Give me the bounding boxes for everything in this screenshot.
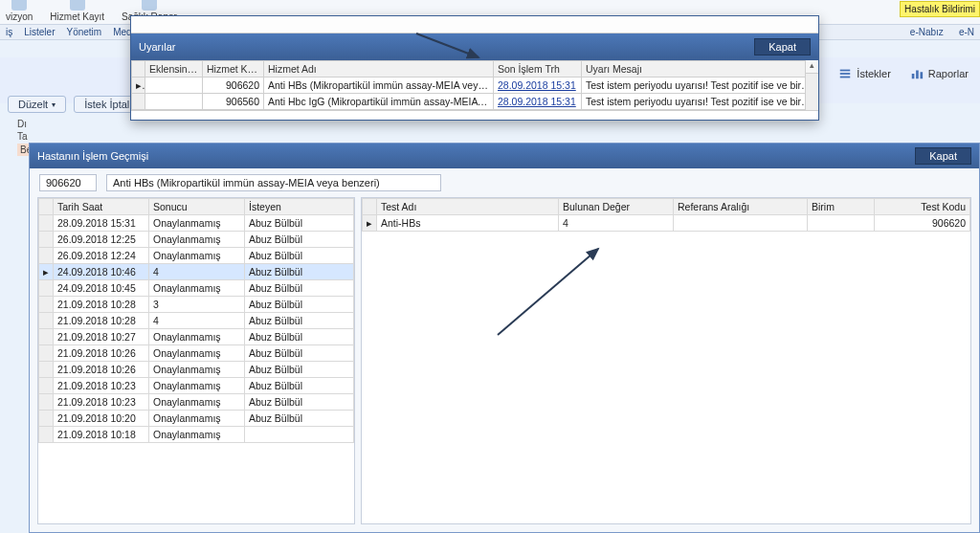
son-islem-link[interactable]: 28.09.2018 15:31 — [494, 94, 582, 110]
row-selector[interactable] — [39, 280, 54, 297]
history-row[interactable]: 26.09.2018 12:25OnaylanmamışAbuz Bülbül — [39, 232, 354, 248]
col-hizmet-kodu[interactable]: Hizmet Kodu — [203, 61, 264, 78]
row-selector[interactable] — [39, 297, 54, 313]
uyarilar-titlebar: Uyarılar Kapat — [131, 33, 818, 60]
svg-rect-0 — [840, 70, 851, 72]
uyari-row[interactable]: 906560Anti Hbc IgG (Mikropartikül immün … — [132, 94, 818, 110]
svg-rect-5 — [920, 72, 923, 78]
col-bulunan-deger[interactable]: Bulunan Değer — [559, 199, 674, 215]
history-row[interactable]: ▸24.09.2018 10:464Abuz Bülbül — [39, 264, 354, 280]
uyarilar-dialog: Uyarılar Kapat Eklensin mi? Hizmet Kodu … — [130, 15, 819, 121]
col-tarih-saat[interactable]: Tarih Saat — [54, 199, 149, 215]
uyari-row[interactable]: ▸906620Anti HBs (Mikropartikül immün ass… — [132, 78, 818, 94]
panel-close-button[interactable]: Kapat — [915, 147, 971, 165]
svg-rect-4 — [916, 71, 919, 79]
result-row[interactable]: ▸Anti-HBs4906620 — [363, 215, 970, 232]
uyarilar-grid[interactable]: Eklensin mi? Hizmet Kodu Hizmet Adı Son … — [131, 60, 818, 110]
row-selector[interactable]: ▸ — [132, 78, 145, 94]
history-row[interactable]: 21.09.2018 10:284Abuz Bülbül — [39, 313, 354, 329]
panel-title: Hastanın İşlem Geçmişi — [37, 150, 148, 162]
history-row[interactable]: 21.09.2018 10:26OnaylanmamışAbuz Bülbül — [39, 345, 354, 362]
svg-rect-3 — [912, 74, 915, 78]
history-row[interactable]: 21.09.2018 10:23OnaylanmamışAbuz Bülbül — [39, 394, 354, 411]
enabiz-link-2[interactable]: e-N — [959, 27, 974, 37]
ribbon-item[interactable]: Hizmet Kayıt — [48, 0, 106, 24]
uyarilar-close-button[interactable]: Kapat — [754, 38, 811, 56]
subbar-item[interactable]: Yönetim — [66, 27, 101, 37]
istekler-tab[interactable]: İstekler — [838, 67, 890, 80]
duzelt-button[interactable]: Düzelt ▾ — [8, 96, 66, 113]
history-row[interactable]: 21.09.2018 10:23OnaylanmamışAbuz Bülbül — [39, 378, 354, 394]
row-selector[interactable] — [39, 248, 54, 264]
row-selector[interactable]: ▸ — [363, 215, 377, 232]
col-isteyen[interactable]: İsteyen — [245, 199, 354, 215]
uyarilar-scrollbar[interactable]: ▴ — [805, 60, 818, 110]
row-selector[interactable] — [39, 313, 54, 329]
filter-code-field[interactable]: 906620 — [39, 174, 97, 191]
filter-name-field[interactable]: Anti HBs (Mikropartikül immün assay-MEIA… — [106, 174, 441, 191]
row-selector[interactable] — [39, 378, 54, 394]
col-test-kodu[interactable]: Test Kodu — [875, 199, 970, 215]
row-selector[interactable]: ▸ — [39, 264, 54, 280]
col-birim[interactable]: Birim — [808, 199, 875, 215]
row-selector[interactable] — [39, 427, 54, 443]
history-row[interactable]: 24.09.2018 10:45OnaylanmamışAbuz Bülbül — [39, 280, 354, 297]
raporlar-tab[interactable]: Raporlar — [910, 67, 969, 80]
svg-rect-2 — [840, 77, 851, 78]
history-row[interactable]: 21.09.2018 10:20OnaylanmamışAbuz Bülbül — [39, 411, 354, 427]
row-selector[interactable] — [39, 215, 54, 232]
chevron-down-icon: ▾ — [52, 100, 56, 109]
history-row[interactable]: 21.09.2018 10:26OnaylanmamışAbuz Bülbül — [39, 362, 354, 378]
history-row[interactable]: 21.09.2018 10:18Onaylanmamış — [39, 427, 354, 443]
history-grid[interactable]: Tarih Saat Sonucu İsteyen 28.09.2018 15:… — [38, 198, 354, 443]
col-hizmet-adi[interactable]: Hizmet Adı — [264, 61, 494, 78]
row-selector[interactable] — [39, 394, 54, 411]
history-row[interactable]: 21.09.2018 10:283Abuz Bülbül — [39, 297, 354, 313]
hastalik-bildirimi-button[interactable]: Hastalık Bildirimi — [900, 1, 980, 17]
bar-chart-icon — [910, 67, 924, 80]
col-uyari-mesaji[interactable]: Uyarı Mesajı — [582, 61, 818, 78]
enabiz-link[interactable]: e-Nabız — [910, 27, 944, 37]
hasta-islem-gecmisi-panel: Hastanın İşlem Geçmişi Kapat 906620 Anti… — [29, 143, 980, 533]
row-selector[interactable] — [39, 362, 54, 378]
row-selector[interactable] — [39, 232, 54, 248]
col-referans[interactable]: Referans Aralığı — [674, 199, 808, 215]
svg-rect-1 — [840, 73, 851, 75]
ribbon-item[interactable]: vizyon — [4, 0, 34, 24]
row-selector[interactable] — [39, 329, 54, 345]
col-sonucu[interactable]: Sonucu — [149, 199, 245, 215]
col-son-islem[interactable]: Son İşlem Trh — [494, 61, 582, 78]
list-icon — [838, 67, 852, 80]
history-row[interactable]: 21.09.2018 10:27OnaylanmamışAbuz Bülbül — [39, 329, 354, 345]
row-selector[interactable] — [132, 94, 145, 110]
row-selector[interactable] — [39, 411, 54, 427]
scroll-up-icon[interactable]: ▴ — [806, 60, 818, 74]
results-grid[interactable]: Test Adı Bulunan Değer Referans Aralığı … — [362, 198, 970, 232]
history-row[interactable]: 28.09.2018 15:31OnaylanmamışAbuz Bülbül — [39, 215, 354, 232]
col-eklensin[interactable]: Eklensin mi? — [145, 61, 203, 78]
uyarilar-title: Uyarılar — [139, 41, 176, 53]
subbar-item[interactable]: iş — [6, 27, 12, 37]
history-row[interactable]: 26.09.2018 12:24OnaylanmamışAbuz Bülbül — [39, 248, 354, 264]
subbar-item[interactable]: Listeler — [24, 27, 55, 37]
son-islem-link[interactable]: 28.09.2018 15:31 — [494, 78, 582, 94]
row-selector[interactable] — [39, 345, 54, 362]
col-test-adi[interactable]: Test Adı — [377, 199, 559, 215]
